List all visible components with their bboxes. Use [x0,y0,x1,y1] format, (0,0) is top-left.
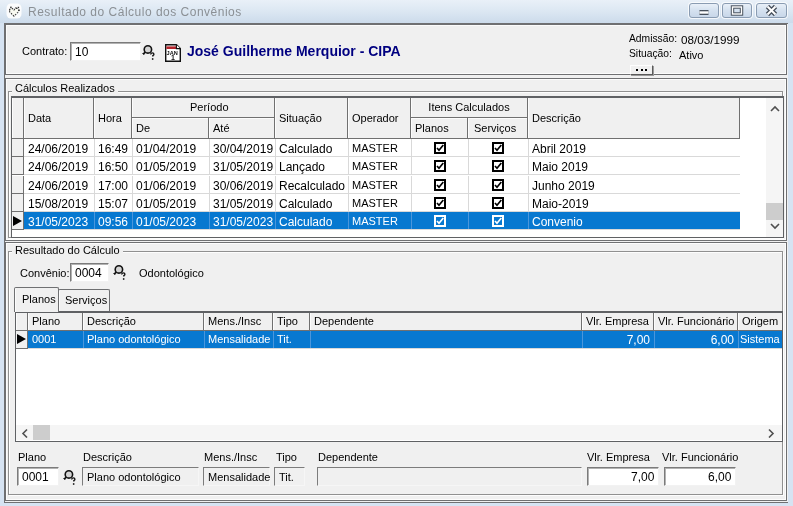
svg-text:1: 1 [171,54,175,61]
